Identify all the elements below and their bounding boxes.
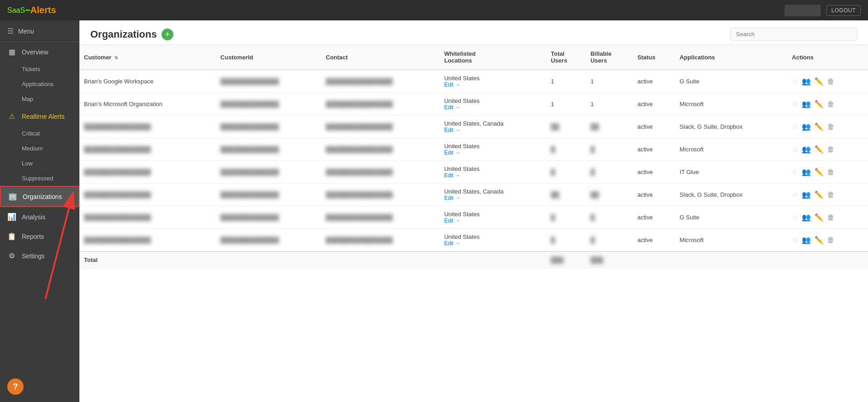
users-icon[interactable]: 👥 [802, 100, 811, 108]
edit-locations-link[interactable]: Edit → [444, 240, 542, 247]
organizations-table-container: Customer ⇅ CustomerId Contact Whiteliste… [79, 45, 868, 402]
cell-status: active [633, 138, 675, 161]
star-icon[interactable]: ☆ [792, 77, 798, 86]
logout-button[interactable]: LOGOUT [826, 5, 861, 16]
sidebar-item-applications[interactable]: Applications [0, 77, 79, 92]
cell-whitelisted-locations: United StatesEdit → [440, 229, 546, 252]
sidebar-item-analysis[interactable]: 📊 Analysis [0, 207, 79, 227]
edit-icon[interactable]: ✏️ [814, 100, 824, 108]
sidebar-item-overview[interactable]: ▦ Overview [0, 42, 79, 62]
sidebar-item-reports[interactable]: 📋 Reports [0, 227, 79, 246]
total-label: Total [79, 252, 546, 268]
cell-status: active [633, 116, 675, 138]
delete-icon[interactable]: 🗑 [827, 236, 834, 244]
cell-billable-users: ██ [586, 116, 633, 138]
edit-icon[interactable]: ✏️ [814, 145, 824, 154]
table-row: Brian's Microsoft Organization██████████… [79, 93, 868, 116]
delete-icon[interactable]: 🗑 [827, 191, 834, 199]
edit-icon[interactable]: ✏️ [814, 236, 824, 244]
sidebar-item-organizations[interactable]: 🏢 Organizations [0, 186, 79, 207]
cell-applications: Slack, G Suite, Dropbox [675, 116, 787, 138]
page-title-area: Organizations + [90, 29, 173, 40]
users-icon[interactable]: 👥 [802, 190, 811, 199]
cell-applications: Microsoft [675, 138, 787, 161]
users-icon[interactable]: 👥 [802, 145, 811, 154]
edit-locations-link[interactable]: Edit → [444, 104, 542, 111]
edit-icon[interactable]: ✏️ [814, 168, 824, 176]
users-icon[interactable]: 👥 [802, 236, 811, 244]
edit-locations-link[interactable]: Edit → [444, 218, 542, 224]
delete-icon[interactable]: 🗑 [827, 123, 834, 131]
cell-customer: ████████████████ [79, 138, 216, 161]
table-row: ████████████████████████████████████████… [79, 161, 868, 184]
cell-contact: ████████████████ [321, 70, 440, 93]
edit-icon[interactable]: ✏️ [814, 190, 824, 199]
delete-icon[interactable]: 🗑 [827, 77, 834, 86]
sidebar-item-tickets[interactable]: Tickets [0, 62, 79, 77]
add-organization-button[interactable]: + [162, 29, 173, 40]
cell-whitelisted-locations: United StatesEdit → [440, 93, 546, 116]
edit-locations-link[interactable]: Edit → [444, 172, 542, 179]
edit-icon[interactable]: ✏️ [814, 122, 824, 131]
edit-icon[interactable]: ✏️ [814, 77, 824, 86]
star-icon[interactable]: ☆ [792, 122, 798, 131]
col-customer-id: CustomerId [216, 45, 321, 70]
cell-customer: ████████████████ [79, 116, 216, 138]
cell-status: active [633, 184, 675, 206]
star-icon[interactable]: ☆ [792, 213, 798, 222]
sidebar-item-low[interactable]: Low [0, 156, 79, 171]
cell-actions: ☆ 👥 ✏️ 🗑 [787, 229, 868, 252]
edit-locations-link[interactable]: Edit → [444, 195, 542, 201]
cell-status: active [633, 206, 675, 229]
cell-whitelisted-locations: United States, CanadaEdit → [440, 184, 546, 206]
star-icon[interactable]: ☆ [792, 145, 798, 154]
cell-billable-users: █ [586, 229, 633, 252]
tickets-label: Tickets [22, 66, 40, 73]
star-icon[interactable]: ☆ [792, 168, 798, 176]
users-icon[interactable]: 👥 [802, 77, 811, 86]
main-layout: ☰ Menu ▦ Overview Tickets Applications M… [0, 20, 868, 402]
realtime-alerts-label: Realtime Alerts [22, 113, 64, 120]
users-icon[interactable]: 👥 [802, 213, 811, 222]
star-icon[interactable]: ☆ [792, 100, 798, 108]
delete-icon[interactable]: 🗑 [827, 213, 834, 222]
sidebar-item-settings[interactable]: ⚙ Settings [0, 246, 79, 266]
cell-customer: ████████████████ [79, 229, 216, 252]
sidebar-item-critical[interactable]: Critical [0, 126, 79, 141]
users-icon[interactable]: 👥 [802, 168, 811, 176]
cell-total-users: █ [546, 138, 586, 161]
cell-whitelisted-locations: United StatesEdit → [440, 70, 546, 93]
search-input[interactable] [730, 28, 857, 41]
delete-icon[interactable]: 🗑 [827, 145, 834, 154]
delete-icon[interactable]: 🗑 [827, 168, 834, 176]
cell-billable-users: 1 [586, 93, 633, 116]
edit-icon[interactable]: ✏️ [814, 213, 824, 222]
cell-status: active [633, 93, 675, 116]
table-total-row: Total ███ ███ [79, 252, 868, 268]
cell-customer-id: ██████████████ [216, 161, 321, 184]
sidebar-menu-header[interactable]: ☰ Menu [0, 20, 79, 42]
help-button[interactable]: ? [7, 378, 24, 395]
sidebar-item-realtime-alerts[interactable]: ⚠ Realtime Alerts [0, 107, 79, 126]
cell-whitelisted-locations: United States, CanadaEdit → [440, 116, 546, 138]
cell-customer-id: ██████████████ [216, 70, 321, 93]
cell-whitelisted-locations: United StatesEdit → [440, 161, 546, 184]
sidebar-item-medium[interactable]: Medium [0, 141, 79, 156]
edit-locations-link[interactable]: Edit → [444, 82, 542, 88]
star-icon[interactable]: ☆ [792, 190, 798, 199]
sidebar-item-map[interactable]: Map [0, 92, 79, 107]
cell-customer: Brian's Microsoft Organization [79, 93, 216, 116]
delete-icon[interactable]: 🗑 [827, 100, 834, 108]
cell-applications: G Suite [675, 70, 787, 93]
table-row: ████████████████████████████████████████… [79, 184, 868, 206]
overview-icon: ▦ [7, 48, 16, 56]
cell-actions: ☆ 👥 ✏️ 🗑 [787, 116, 868, 138]
cell-status: active [633, 161, 675, 184]
sidebar-item-suppressed[interactable]: Suppressed [0, 171, 79, 186]
star-icon[interactable]: ☆ [792, 236, 798, 244]
edit-locations-link[interactable]: Edit → [444, 127, 542, 133]
cell-applications: G Suite [675, 206, 787, 229]
edit-locations-link[interactable]: Edit → [444, 150, 542, 156]
col-customer: Customer ⇅ [79, 45, 216, 70]
users-icon[interactable]: 👥 [802, 122, 811, 131]
